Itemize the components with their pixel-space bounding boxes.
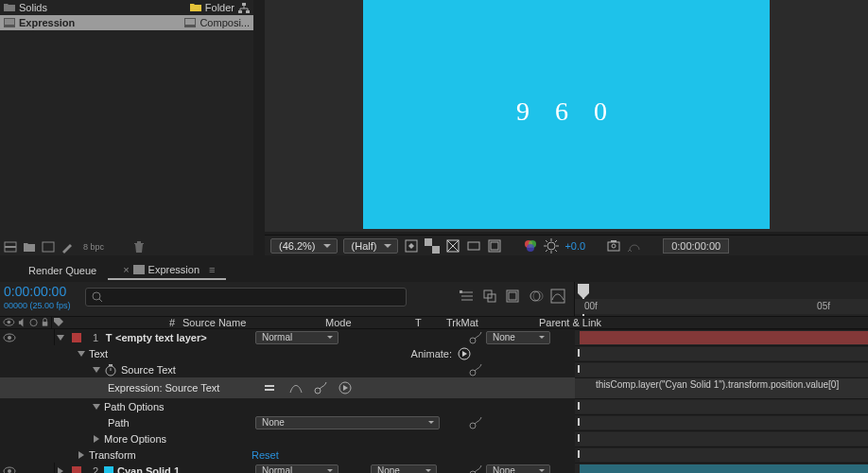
prop-transform[interactable]: Transform Reset xyxy=(0,447,868,463)
tab-render-queue[interactable]: Render Queue xyxy=(17,262,108,280)
label-col-icon[interactable] xyxy=(54,318,63,327)
composition-viewer[interactable]: 9 6 0 xyxy=(265,0,868,232)
layer-bar[interactable] xyxy=(580,331,868,344)
twirl-icon[interactable] xyxy=(57,467,68,474)
current-frame: 00000 (25.00 fps) xyxy=(4,301,71,310)
layer-bar[interactable] xyxy=(580,464,868,473)
expression-language-menu-icon[interactable] xyxy=(339,381,352,394)
prop-path[interactable]: Path None xyxy=(0,414,868,430)
project-item-expression[interactable]: Expression Composi... xyxy=(0,15,253,30)
prop-label: Expression: Source Text xyxy=(108,382,219,394)
parent-select[interactable]: None xyxy=(486,464,550,474)
layer-name[interactable]: <empty text layer> xyxy=(115,332,207,343)
pickwhip-icon[interactable] xyxy=(469,416,482,429)
keyframe-marker[interactable] xyxy=(578,362,583,376)
label-color[interactable] xyxy=(72,466,81,474)
folder-type-icon xyxy=(190,3,201,12)
keyframe-marker[interactable] xyxy=(578,415,583,429)
visibility-toggle[interactable] xyxy=(3,333,16,342)
bpc-label[interactable]: 8 bpc xyxy=(83,242,104,252)
twirl-icon[interactable] xyxy=(78,451,89,459)
exposure-icon[interactable] xyxy=(544,238,559,254)
new-comp-icon[interactable] xyxy=(42,240,55,254)
svg-point-25 xyxy=(93,292,100,300)
audio-col-icon[interactable] xyxy=(18,318,26,327)
column-headers: # Source Name Mode T TrkMat Parent & Lin… xyxy=(0,316,868,329)
parent-select[interactable]: None xyxy=(486,331,550,344)
mask-visibility-icon[interactable] xyxy=(445,238,460,254)
close-icon[interactable]: × xyxy=(123,264,129,275)
prop-source-text[interactable]: Source Text xyxy=(0,361,868,377)
label-color[interactable] xyxy=(72,333,81,342)
keyframe-marker[interactable] xyxy=(578,346,583,359)
path-select[interactable]: None xyxy=(255,416,440,429)
tab-expression[interactable]: × Expression ≡ xyxy=(108,261,226,280)
visibility-col-icon[interactable] xyxy=(3,318,15,326)
visibility-toggle[interactable] xyxy=(3,466,16,474)
trash-icon[interactable] xyxy=(132,240,146,254)
keyframe-marker[interactable] xyxy=(578,431,583,445)
expression-pickwhip-icon[interactable] xyxy=(314,381,327,394)
prop-label: Source Text xyxy=(121,364,176,376)
prop-expression-source-text[interactable]: Expression: Source Text thisComp.layer("… xyxy=(0,377,868,398)
time-ruler[interactable]: 00f 05f xyxy=(575,299,868,314)
brush-icon[interactable] xyxy=(61,240,74,254)
canvas-text: 9 6 0 xyxy=(516,96,616,127)
blend-mode-select[interactable]: Normal xyxy=(255,464,339,474)
frame-blend-icon[interactable] xyxy=(504,288,521,305)
reset-link[interactable]: Reset xyxy=(252,449,279,461)
svg-rect-0 xyxy=(242,3,246,6)
col-source-name[interactable]: Source Name xyxy=(182,317,246,328)
tab-menu-icon[interactable]: ≡ xyxy=(209,264,215,275)
zoom-select[interactable]: (46.2%) xyxy=(270,238,338,254)
interpret-icon[interactable] xyxy=(4,240,17,254)
col-mode: Mode xyxy=(325,317,352,328)
prop-path-options[interactable]: Path Options xyxy=(0,398,868,414)
comp-mini-flowchart-icon[interactable] xyxy=(459,288,476,305)
exposure-value[interactable]: +0.0 xyxy=(564,240,585,252)
transparency-grid-icon[interactable] xyxy=(425,238,440,254)
trkmat-select[interactable]: None xyxy=(371,464,437,474)
motion-blur-icon[interactable] xyxy=(527,288,544,305)
prop-more-options[interactable]: More Options xyxy=(0,430,868,447)
lock-col-icon[interactable] xyxy=(41,318,49,327)
layer-row-2[interactable]: 2 Cyan Solid 1 Normal None None xyxy=(0,463,868,473)
viewer-timecode[interactable]: 0:00:00:00 xyxy=(663,238,729,254)
twirl-icon[interactable] xyxy=(93,403,104,411)
keyframe-marker[interactable] xyxy=(578,399,583,412)
grid-icon[interactable] xyxy=(487,238,502,254)
region-icon[interactable] xyxy=(466,238,481,254)
layer-name[interactable]: Cyan Solid 1 xyxy=(117,465,180,474)
snapshot-icon[interactable] xyxy=(606,238,621,254)
twirl-icon[interactable] xyxy=(93,366,104,374)
twirl-icon[interactable] xyxy=(57,334,68,342)
pickwhip-icon[interactable] xyxy=(469,331,482,344)
pickwhip-icon[interactable] xyxy=(469,464,482,474)
resolution-select[interactable]: (Half) xyxy=(343,238,399,254)
project-item-solids[interactable]: Solids Folder xyxy=(0,0,253,15)
flowchart-icon[interactable] xyxy=(238,3,250,12)
blend-mode-select[interactable]: Normal xyxy=(255,331,339,344)
current-timecode[interactable]: 0:00:00:00 xyxy=(4,284,66,299)
svg-point-56 xyxy=(8,469,11,473)
twirl-icon[interactable] xyxy=(78,350,89,358)
expression-enable-icon[interactable] xyxy=(263,381,276,394)
graph-editor-icon[interactable] xyxy=(549,288,566,305)
keyframe-marker[interactable] xyxy=(578,447,583,461)
stopwatch-icon[interactable] xyxy=(104,363,117,377)
pickwhip-icon[interactable] xyxy=(469,363,482,377)
svg-rect-8 xyxy=(5,246,16,248)
color-mgmt-icon[interactable] xyxy=(523,238,538,254)
expression-field[interactable]: thisComp.layer("Cyan Solid 1").transform… xyxy=(596,379,839,390)
new-folder-icon[interactable] xyxy=(23,240,36,254)
layer-search[interactable] xyxy=(85,288,407,307)
expression-graph-icon[interactable] xyxy=(289,381,303,394)
show-snapshot-icon[interactable] xyxy=(627,238,642,254)
twirl-icon[interactable] xyxy=(93,435,104,443)
animate-menu-icon[interactable] xyxy=(458,347,471,360)
solo-col-icon[interactable] xyxy=(29,318,38,327)
prop-text-group[interactable]: Text Animate: xyxy=(0,345,868,361)
search-icon xyxy=(92,291,103,303)
fast-preview-icon[interactable] xyxy=(404,238,419,254)
draft3d-icon[interactable] xyxy=(481,288,498,305)
